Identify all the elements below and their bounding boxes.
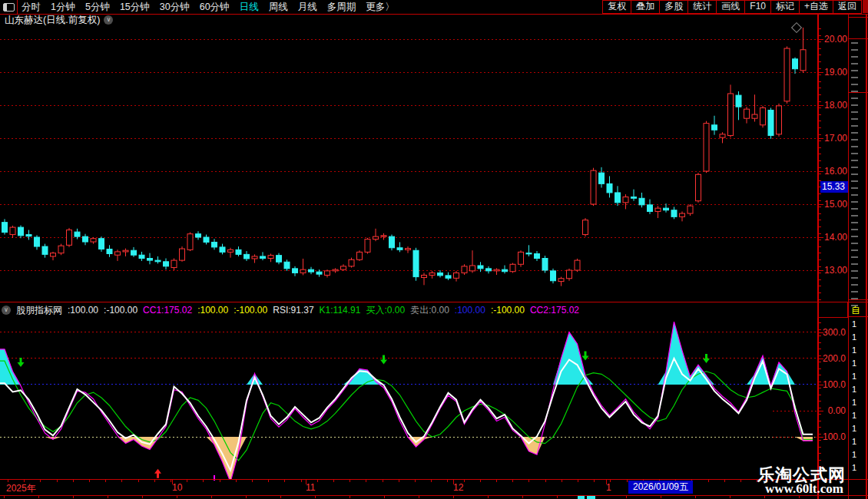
indicator-value: :-100.00 [104, 305, 137, 316]
axis-minor-tick [819, 414, 821, 415]
toolbar-button-back[interactable]: 返回 [833, 0, 862, 14]
toolbar-button-stats[interactable]: 统计 [687, 0, 717, 14]
axis-minor-tick [819, 388, 821, 388]
timeline-tick [138, 480, 139, 482]
toolbar-period-daily[interactable]: 日线 [240, 1, 259, 14]
strip-digit: 1 [852, 424, 856, 433]
sell-arrow [18, 358, 25, 367]
axis-minor-tick [819, 286, 821, 286]
toolbar-period-monthly[interactable]: 月线 [298, 1, 317, 14]
axis-minor-tick [819, 453, 821, 454]
toolbar-period-timeshare[interactable]: 分时 [22, 1, 41, 14]
axis-strip-divider [848, 15, 849, 499]
indicator-value: CC1:175.02 [143, 305, 192, 316]
indicator-value: RSI:91.37 [273, 305, 313, 316]
toolbar-button-overlay[interactable]: 叠加 [631, 0, 660, 14]
sliver-tick [4, 496, 5, 498]
timeline-tick [8, 480, 8, 482]
axis-tick [819, 39, 823, 40]
layout-toggle-button[interactable] [0, 0, 18, 14]
timeline-tick [545, 480, 546, 482]
indicator-name[interactable]: 股朋指标网 [16, 304, 62, 317]
sliver-tick [280, 496, 281, 498]
sliver-tick [246, 496, 247, 498]
timeline-tick [121, 480, 122, 482]
price-axis-label: 18.00 [824, 100, 847, 111]
axis-minor-tick [819, 299, 821, 300]
axis-minor-tick [819, 266, 821, 267]
indicator-axis-label: 100.0 [823, 379, 846, 390]
toolbar-period-min30[interactable]: 30分钟 [160, 1, 190, 14]
candlestick-series [2, 28, 807, 286]
watermark-site-url: www.60lt.com [765, 481, 843, 497]
indicator-value: 买入:0.00 [366, 304, 405, 317]
axis-minor-tick [819, 74, 821, 75]
strip-tag-label: 自 [851, 304, 860, 317]
indicator-line-cc1 [0, 322, 813, 481]
axis-tick [819, 105, 823, 106]
sliver-tick [384, 496, 385, 498]
strip-digit: 1 [852, 463, 856, 472]
toolbar-button-add-watchlist[interactable]: +自选 [799, 0, 833, 14]
toolbar-period-min15[interactable]: 15分钟 [120, 1, 150, 14]
toolbar-button-mark[interactable]: 标记 [770, 0, 800, 14]
toolbar-buttons: 复权叠加多股统计画线F10标记+自选返回 [603, 0, 862, 14]
toolbar-button-draw-line[interactable]: 画线 [716, 0, 745, 14]
axis-tick [819, 359, 823, 359]
sliver-tick [730, 496, 731, 498]
timeline-axis[interactable]: 2025年10111212026/01/09五 [0, 480, 868, 495]
axis-minor-tick [819, 349, 821, 349]
toolbar-period-min1[interactable]: 1分钟 [51, 1, 75, 14]
axis-minor-tick [819, 240, 821, 240]
timeline-tick [236, 480, 237, 482]
timeline-tick [333, 480, 334, 482]
timeline-tick [610, 480, 611, 482]
toolbar-period-weekly[interactable]: 周线 [269, 1, 288, 14]
toolbar-period-multi-period[interactable]: 多周期 [327, 1, 356, 14]
timeline-tick [447, 480, 448, 482]
axis-minor-tick [819, 41, 821, 42]
axis-tick [819, 385, 823, 385]
indicator-value: CC2:175.02 [530, 305, 579, 316]
indicator-axis-label: -100.0 [820, 431, 846, 442]
axis-tick [819, 138, 823, 139]
toolbar-button-multi-stock[interactable]: 多股 [659, 0, 688, 14]
chevron-down-circle-icon[interactable]: ∨ [104, 15, 113, 25]
candlestick-chart[interactable] [0, 25, 817, 302]
timeline-divider [0, 479, 868, 480]
sell-arrow [582, 352, 589, 361]
axis-minor-tick [819, 434, 821, 435]
indicator-chart[interactable] [0, 318, 817, 481]
axis-minor-tick [819, 101, 821, 102]
axis-minor-tick [819, 167, 821, 168]
toolbar-period-min60[interactable]: 60分钟 [200, 1, 230, 14]
chart-title[interactable]: 山东赫达(日线.前复权) [5, 14, 100, 27]
toolbar-period-min5[interactable]: 5分钟 [85, 1, 110, 14]
axis-minor-tick [819, 88, 821, 88]
strip-digit: 1 [852, 372, 856, 381]
timeline-tick [528, 480, 529, 482]
toolbar-divider [0, 14, 868, 15]
indicator-axis-header-cell [817, 302, 848, 318]
toolbar-button-adjust[interactable]: 复权 [602, 0, 631, 14]
axis-minor-tick [819, 173, 821, 174]
strip-digit: 1 [852, 411, 856, 420]
timeline-tick [317, 480, 318, 482]
indicator-value: :100.00 [455, 305, 485, 316]
axis-minor-tick [819, 253, 821, 253]
axis-minor-tick [819, 322, 821, 323]
price-axis-label: 19.00 [824, 67, 847, 78]
indicator-chevron-circle-icon[interactable]: ∨ [2, 306, 11, 315]
timeline-tick [383, 480, 383, 482]
price-axis-label: 13.00 [824, 265, 847, 276]
timeline-month-tick [306, 480, 306, 484]
indicator-axis-label: 0.00 [828, 405, 846, 416]
axis-minor-tick [819, 355, 821, 356]
cursor-date-badge: 2026/01/09五 [628, 481, 693, 494]
axis-minor-tick [819, 440, 821, 441]
strip-digit: 1 [852, 398, 856, 407]
toolbar-button-f10[interactable]: F10 [744, 0, 771, 14]
toolbar-period-more[interactable]: 更多〉 [366, 1, 395, 14]
sell-arrow [703, 354, 710, 363]
indicator-value: K1:114.91 [320, 305, 361, 316]
